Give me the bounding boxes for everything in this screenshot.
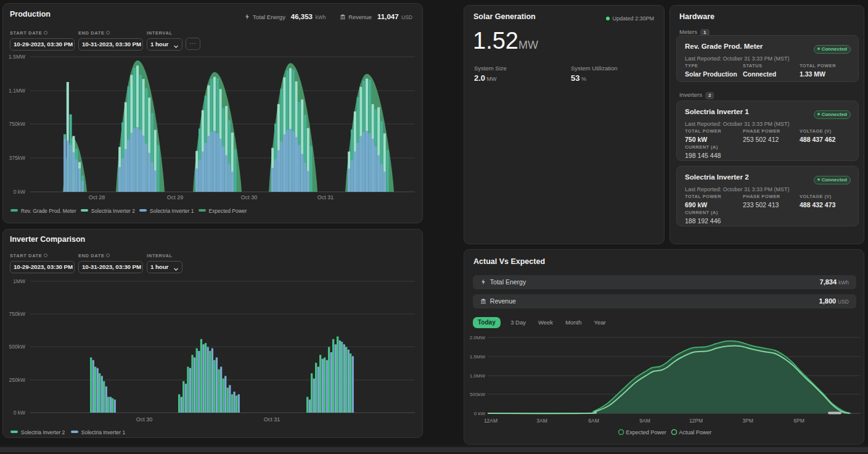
svg-text:1.1MW: 1.1MW <box>9 88 25 94</box>
svg-text:500kW: 500kW <box>9 344 25 350</box>
svg-text:1MW: 1MW <box>13 278 25 284</box>
svg-text:6AM: 6AM <box>588 418 599 424</box>
svg-text:0 kW: 0 kW <box>14 189 25 195</box>
svg-text:Oct 31: Oct 31 <box>264 416 280 423</box>
svg-text:0 kW: 0 kW <box>474 411 486 416</box>
svg-text:0 kW: 0 kW <box>14 410 25 416</box>
svg-text:750kW: 750kW <box>9 121 25 127</box>
svg-text:1.0MW: 1.0MW <box>470 373 486 379</box>
svg-text:3AM: 3AM <box>536 418 547 424</box>
svg-text:Oct 29: Oct 29 <box>167 194 184 200</box>
svg-text:Oct 30: Oct 30 <box>241 194 258 200</box>
svg-text:9AM: 9AM <box>639 418 650 424</box>
svg-text:1.5MW: 1.5MW <box>9 54 25 60</box>
svg-text:3PM: 3PM <box>742 418 753 424</box>
svg-text:Oct 30: Oct 30 <box>136 416 153 423</box>
svg-text:375kW: 375kW <box>9 155 25 161</box>
svg-text:12AM: 12AM <box>484 418 497 424</box>
svg-text:Oct 28: Oct 28 <box>89 194 105 200</box>
svg-text:750kW: 750kW <box>9 311 25 317</box>
svg-text:1.5MW: 1.5MW <box>470 354 486 360</box>
svg-text:2.0MW: 2.0MW <box>470 335 486 340</box>
svg-text:Oct 31: Oct 31 <box>317 194 334 200</box>
svg-text:6PM: 6PM <box>793 418 804 424</box>
svg-text:250kW: 250kW <box>9 377 25 383</box>
svg-text:12PM: 12PM <box>689 418 703 424</box>
svg-text:500kW: 500kW <box>470 392 485 397</box>
